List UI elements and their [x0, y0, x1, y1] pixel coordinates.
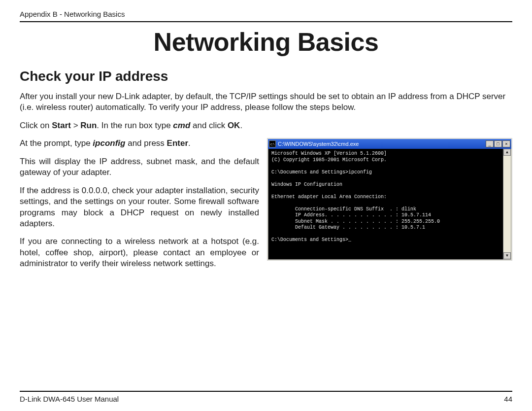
- close-button[interactable]: ×: [502, 140, 510, 147]
- cmd-window-icon: c:\: [269, 140, 276, 147]
- cmd-terminal-output: Microsoft Windows XP [Version 5.1.2600] …: [268, 149, 503, 260]
- text: .: [188, 138, 191, 148]
- minimize-button[interactable]: _: [486, 140, 494, 147]
- scroll-down-icon[interactable]: ▼: [503, 252, 511, 259]
- text: At the prompt, type: [20, 138, 93, 148]
- section-heading: Check your IP address: [20, 68, 512, 84]
- cmd-screenshot-figure: c:\ C:\WINDOWS\system32\cmd.exe _ □ × Mi…: [267, 138, 512, 261]
- maximize-button[interactable]: □: [494, 140, 502, 147]
- cmd-window-title: C:\WINDOWS\system32\cmd.exe: [278, 141, 359, 147]
- scroll-up-icon[interactable]: ▲: [503, 149, 511, 156]
- footer-page-number: 44: [504, 395, 512, 403]
- cmd-scrollbar[interactable]: ▲ ▼: [503, 149, 511, 260]
- cmd-titlebar: c:\ C:\WINDOWS\system32\cmd.exe _ □ ×: [268, 139, 511, 149]
- scroll-track[interactable]: [503, 156, 511, 252]
- start-keyword: Start: [52, 121, 71, 130]
- text: >: [71, 121, 80, 130]
- text: and press: [125, 138, 166, 148]
- header-appendix: Appendix B - Networking Basics: [20, 10, 512, 22]
- intro-paragraph: After you install your new D-Link adapte…: [20, 91, 512, 113]
- ok-keyword: OK: [228, 121, 240, 130]
- run-keyword: Run: [80, 121, 97, 130]
- text: . In the run box type: [97, 121, 173, 130]
- text: and click: [190, 121, 228, 130]
- footer-manual-name: D-Link DWA-645 User Manual: [20, 395, 119, 403]
- text: .: [240, 121, 242, 130]
- page-title: Networking Basics: [20, 27, 512, 57]
- ipconfig-keyword: ipconfig: [93, 138, 125, 148]
- enter-keyword: Enter: [167, 138, 188, 148]
- cmd-keyword: cmd: [173, 121, 190, 130]
- text: Click on: [20, 121, 52, 130]
- step1-paragraph: Click on Start > Run. In the run box typ…: [20, 120, 512, 131]
- cmd-window: c:\ C:\WINDOWS\system32\cmd.exe _ □ × Mi…: [267, 138, 512, 261]
- page-footer: D-Link DWA-645 User Manual 44: [20, 391, 512, 403]
